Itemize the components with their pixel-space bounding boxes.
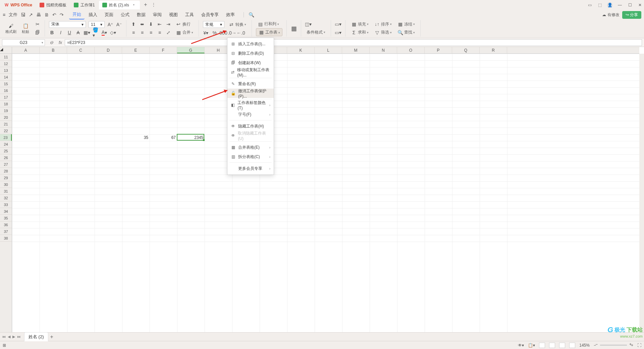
unsaved-changes[interactable]: ☁ 有修改 xyxy=(602,12,620,18)
font-selector[interactable]: 宋体▾ xyxy=(49,21,86,28)
cell-style-icon[interactable]: ◫▾ xyxy=(305,21,311,27)
eye-icon[interactable]: 👁▾ xyxy=(518,343,524,348)
font-size-selector[interactable]: 11▾ xyxy=(89,21,105,28)
sort-button[interactable]: ↓↑排序▾ xyxy=(373,20,393,28)
col-header-G[interactable]: G xyxy=(177,47,205,53)
sheet-tab-active[interactable]: 姓名 (2) xyxy=(24,332,48,341)
share-button[interactable]: ↪ 分享 xyxy=(622,11,641,19)
minimize-button[interactable]: — xyxy=(617,2,623,8)
indent-inc-icon[interactable]: ⇥ xyxy=(165,21,171,27)
cell-F23[interactable]: 67 xyxy=(150,134,177,141)
menu-font-size[interactable]: 字号(F)› xyxy=(227,110,274,119)
menu-tab-color[interactable]: ◧工作表标签颜色(T)› xyxy=(227,100,274,110)
sum-button[interactable]: Σ求和▾ xyxy=(350,29,370,36)
row-header-22[interactable]: 22 xyxy=(0,128,12,134)
row-header-33[interactable]: 33 xyxy=(0,201,12,208)
align-bottom-icon[interactable]: ⬇ xyxy=(148,21,154,27)
sheet-prev-icon[interactable]: ◀ xyxy=(8,335,10,339)
menu-more-member[interactable]: 更多会员专享› xyxy=(227,164,274,173)
paste-button[interactable]: 📋粘贴 xyxy=(22,23,29,34)
align-center-icon[interactable]: ≡ xyxy=(139,30,145,36)
window-restore-icon[interactable]: ▭ xyxy=(587,2,592,8)
row-header-19[interactable]: 19 xyxy=(0,107,12,114)
format-painter-button[interactable]: 🖌格式刷 xyxy=(5,23,16,34)
row-header-29[interactable]: 29 xyxy=(0,174,12,181)
select-all-corner[interactable]: ◢ xyxy=(0,47,12,54)
sheet-first-icon[interactable]: ⏮ xyxy=(2,335,6,339)
col-header-A[interactable]: A xyxy=(12,47,40,53)
app-brand-tab[interactable]: W WPS Office xyxy=(1,1,36,9)
col-header-P[interactable]: P xyxy=(425,47,452,53)
freeze-button[interactable]: ▦冻结▾ xyxy=(396,20,416,28)
print-icon[interactable]: 🖶 xyxy=(36,12,41,17)
row-header-30[interactable]: 30 xyxy=(0,181,12,188)
undo-icon[interactable]: ↶ xyxy=(52,12,56,17)
menu-move-sheet[interactable]: ⇄移动或复制工作表(M)... xyxy=(227,67,274,77)
sheet-nav[interactable]: ⏮ ◀ ▶ ⏭ xyxy=(2,335,21,339)
cancel-formula-icon[interactable]: ⊖ xyxy=(47,40,56,45)
col-header-L[interactable]: L xyxy=(315,47,342,53)
row-header-23[interactable]: 23 xyxy=(0,134,12,141)
row-header-15[interactable]: 15 xyxy=(0,81,12,87)
col-header-O[interactable]: O xyxy=(397,47,425,53)
col-header-C[interactable]: C xyxy=(67,47,95,53)
col-header-K[interactable]: K xyxy=(287,47,315,53)
menu-icon[interactable]: ≡ xyxy=(3,12,5,17)
status-mode-icon[interactable]: ⊞ xyxy=(3,343,6,348)
column-headers[interactable]: ABCDEFGHIJKLMNOPQR xyxy=(12,47,639,54)
menu-merge-table[interactable]: ▦合并表格(E)› xyxy=(227,143,274,152)
row-header-32[interactable]: 32 xyxy=(0,195,12,201)
align-left-icon[interactable]: ≡ xyxy=(130,30,137,36)
font-color-icon[interactable]: A▾ xyxy=(101,30,107,36)
zoom-level[interactable]: 145% xyxy=(579,343,590,348)
maximize-button[interactable]: ☐ xyxy=(627,2,633,8)
underline-icon[interactable]: U xyxy=(66,30,72,36)
tab-tools[interactable]: 工具 xyxy=(182,10,197,19)
dec-decimal-icon[interactable]: ←.0 xyxy=(238,30,244,36)
row-header-35[interactable]: 35 xyxy=(0,215,12,221)
col-header-M[interactable]: M xyxy=(342,47,370,53)
save-icon[interactable]: 🖫 xyxy=(21,12,25,17)
vertical-scrollbar[interactable] xyxy=(639,54,644,332)
tab-formula[interactable]: 公式 xyxy=(117,10,133,19)
cells-area[interactable]: 35672345 xyxy=(12,54,639,332)
fill-button[interactable]: ▦填充▾ xyxy=(350,20,370,28)
view-normal-button[interactable] xyxy=(539,343,545,348)
tab-home[interactable]: 开始 xyxy=(69,10,85,19)
row-header-28[interactable]: 28 xyxy=(0,168,12,174)
spreadsheet-grid[interactable]: ◢ ABCDEFGHIJKLMNOPQR 1112131415161718192… xyxy=(0,47,644,332)
cut-icon[interactable]: ✂ xyxy=(35,21,41,27)
row-header-18[interactable]: 18 xyxy=(0,101,12,107)
row-header-20[interactable]: 20 xyxy=(0,114,12,121)
percent-icon[interactable]: % xyxy=(212,30,218,36)
tab-member[interactable]: 会员专享 xyxy=(198,10,222,19)
row-header-38[interactable]: 38 xyxy=(0,235,12,242)
close-button[interactable]: ✕ xyxy=(637,2,643,8)
preview-icon[interactable]: 🗎 xyxy=(44,12,49,17)
new-tab-button[interactable]: + xyxy=(143,2,149,8)
add-sheet-button[interactable]: + xyxy=(50,334,53,340)
tab-review[interactable]: 审阅 xyxy=(150,10,165,19)
view-pagebreak-button[interactable] xyxy=(549,343,555,348)
row-header-14[interactable]: 14 xyxy=(0,74,12,81)
tab-data[interactable]: 数据 xyxy=(133,10,149,19)
tab-menu-button[interactable]: ⋮ xyxy=(151,2,157,8)
col-header-N[interactable]: N xyxy=(370,47,397,53)
orientation-icon[interactable]: ⤢ xyxy=(165,30,171,36)
sheet-next-icon[interactable]: ▶ xyxy=(12,335,15,339)
row-header-17[interactable]: 17 xyxy=(0,94,12,101)
menu-delete-sheet[interactable]: ⊟删除工作表(D) xyxy=(227,49,274,58)
col-header-E[interactable]: E xyxy=(122,47,150,53)
tab-view[interactable]: 视图 xyxy=(166,10,181,19)
convert-button[interactable]: ⇄转换▾ xyxy=(227,21,248,28)
view-layout-button[interactable] xyxy=(559,343,565,348)
zoom-slider[interactable] xyxy=(600,345,627,346)
col-header-Q[interactable]: Q xyxy=(452,47,480,53)
strike-icon[interactable]: A xyxy=(75,30,81,36)
align-top-icon[interactable]: ⬆ xyxy=(130,21,137,27)
tab-page[interactable]: 页面 xyxy=(101,10,117,19)
decrease-font-icon[interactable]: A⁻ xyxy=(116,21,122,28)
rows-cols-button[interactable]: ▤行和列▾ xyxy=(256,20,280,28)
menu-hide-sheet[interactable]: 👁隐藏工作表(H) xyxy=(227,121,274,131)
tab-workbook1[interactable]: 工作簿1 xyxy=(70,1,98,9)
